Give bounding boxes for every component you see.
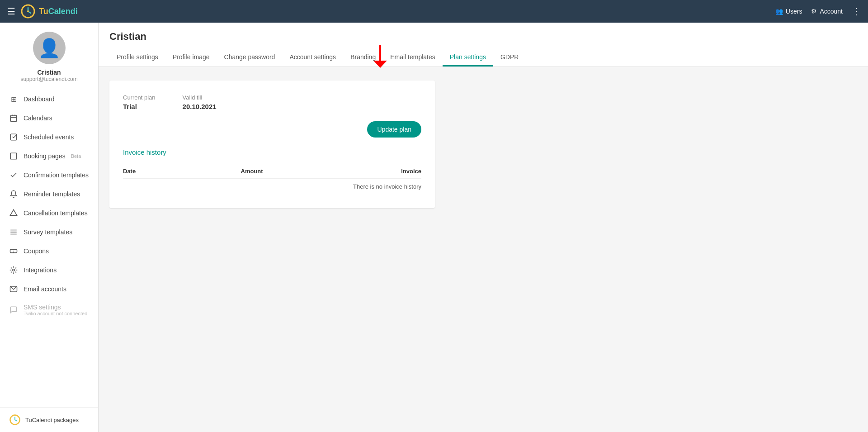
sidebar-item-calendars[interactable]: Calendars — [0, 109, 98, 128]
sidebar-item-label: Integrations — [24, 266, 57, 274]
avatar-icon: 👤 — [38, 38, 61, 59]
invoice-history-title[interactable]: Invoice history — [123, 148, 421, 156]
topbar-right: 👥 Users ⚙ Account ⋮ — [775, 6, 861, 17]
current-plan-block: Current plan Trial — [123, 94, 156, 110]
tab-account-settings[interactable]: Account settings — [282, 49, 343, 66]
logo-icon — [21, 4, 35, 19]
sidebar-item-label: Calendars — [24, 114, 52, 122]
main-content: Cristian Profile settings Profile image … — [99, 23, 868, 432]
main-header: Cristian Profile settings Profile image … — [99, 23, 868, 67]
invoice-table-header-invoice: Invoice — [312, 164, 421, 179]
sidebar-item-booking-pages[interactable]: Booking pages Beta — [0, 147, 98, 166]
avatar: 👤 — [33, 32, 66, 64]
calendars-icon — [9, 114, 18, 123]
sidebar-item-label: Reminder templates — [24, 190, 80, 198]
tab-profile-settings[interactable]: Profile settings — [109, 49, 165, 66]
update-plan-row: Update plan — [123, 121, 421, 138]
tab-email-templates[interactable]: Email templates — [383, 49, 443, 66]
svg-point-14 — [13, 269, 15, 271]
sidebar-item-label: Dashboard — [24, 95, 55, 103]
sidebar-item-coupons[interactable]: Coupons — [0, 242, 98, 261]
valid-till-block: Valid till 20.10.2021 — [183, 94, 217, 110]
confirmation-templates-icon — [9, 171, 18, 180]
sms-settings-sublabel: Twilio account not connected — [24, 311, 87, 316]
invoice-table-header-amount: Amount — [192, 164, 311, 179]
sidebar-item-label: Scheduled events — [24, 133, 74, 141]
footer-label: TuCalendi packages — [25, 417, 79, 423]
sidebar-item-label: Survey templates — [24, 228, 72, 236]
valid-till-label: Valid till — [183, 94, 217, 101]
sidebar-item-label: Confirmation templates — [24, 171, 89, 179]
tabs: Profile settings Profile image Change pa… — [109, 49, 857, 66]
cancellation-templates-icon — [9, 209, 18, 218]
sidebar-item-label: Email accounts — [24, 285, 66, 293]
sidebar: 👤 Cristian support@tucalendi.com ⊞ Dashb… — [0, 23, 99, 432]
dashboard-icon: ⊞ — [9, 95, 18, 104]
valid-till-value: 20.10.2021 — [183, 103, 217, 110]
tab-change-password[interactable]: Change password — [217, 49, 283, 66]
sidebar-item-label: Cancellation templates — [24, 209, 88, 217]
booking-pages-icon — [9, 152, 18, 161]
sidebar-username: Cristian — [37, 69, 61, 76]
booking-pages-beta-badge: Beta — [71, 153, 81, 159]
logo-text: TuCalendi — [39, 7, 78, 16]
footer-logo-icon — [9, 414, 21, 426]
svg-marker-18 — [373, 61, 387, 68]
hamburger-menu[interactable]: ☰ — [7, 6, 15, 17]
sidebar-item-email-accounts[interactable]: Email accounts — [0, 280, 98, 299]
plan-info-row: Current plan Trial Valid till 20.10.2021 — [123, 94, 421, 110]
invoice-table: Date Amount Invoice There is no invoice … — [123, 164, 421, 195]
table-row-no-history: There is no invoice history — [123, 179, 421, 195]
topbar: ☰ TuCalendi 👥 Users ⚙ Account ⋮ — [0, 0, 868, 23]
svg-rect-7 — [10, 153, 17, 159]
sidebar-item-integrations[interactable]: Integrations — [0, 261, 98, 280]
svg-rect-6 — [10, 134, 17, 140]
sms-settings-label: SMS settings — [24, 304, 87, 311]
tab-plan-settings[interactable]: Plan settings — [443, 49, 493, 66]
sidebar-item-confirmation-templates[interactable]: Confirmation templates — [0, 166, 98, 185]
no-invoice-text: There is no invoice history — [123, 179, 421, 195]
survey-templates-icon — [9, 228, 18, 237]
svg-point-1 — [27, 10, 29, 12]
users-label: Users — [786, 8, 802, 15]
sidebar-footer[interactable]: TuCalendi packages — [0, 407, 98, 432]
sidebar-item-reminder-templates[interactable]: Reminder templates — [0, 185, 98, 204]
sidebar-email: support@tucalendi.com — [20, 76, 77, 82]
svg-rect-2 — [10, 115, 17, 122]
plan-card: Current plan Trial Valid till 20.10.2021… — [109, 81, 435, 208]
sidebar-item-cancellation-templates[interactable]: Cancellation templates — [0, 204, 98, 223]
sidebar-item-dashboard[interactable]: ⊞ Dashboard — [0, 90, 98, 109]
sidebar-item-label: Booking pages — [24, 152, 66, 160]
tab-gdpr[interactable]: GDPR — [493, 49, 526, 66]
scheduled-events-icon — [9, 133, 18, 142]
integrations-icon — [9, 266, 18, 275]
account-button[interactable]: ⚙ Account — [811, 8, 843, 15]
sidebar-item-survey-templates[interactable]: Survey templates — [0, 223, 98, 242]
email-accounts-icon — [9, 285, 18, 294]
settings-icon: ⚙ — [811, 8, 817, 15]
sidebar-nav: ⊞ Dashboard Calendars Scheduled events B… — [0, 90, 98, 407]
more-options-icon[interactable]: ⋮ — [852, 6, 861, 17]
users-icon: 👥 — [775, 8, 783, 15]
arrow-indicator — [373, 45, 387, 70]
content-area: Current plan Trial Valid till 20.10.2021… — [99, 67, 868, 222]
page-title: Cristian — [109, 31, 857, 43]
account-label: Account — [820, 8, 843, 15]
sidebar-profile: 👤 Cristian support@tucalendi.com — [0, 23, 98, 90]
current-plan-value: Trial — [123, 103, 156, 110]
invoice-table-header-date: Date — [123, 164, 192, 179]
tab-profile-image[interactable]: Profile image — [165, 49, 217, 66]
logo[interactable]: TuCalendi — [21, 4, 78, 19]
coupons-icon — [9, 247, 18, 256]
sidebar-item-scheduled-events[interactable]: Scheduled events — [0, 128, 98, 147]
update-plan-button[interactable]: Update plan — [367, 121, 421, 138]
users-button[interactable]: 👥 Users — [775, 8, 802, 15]
sms-settings-icon — [9, 305, 18, 314]
sidebar-item-sms-settings: SMS settings Twilio account not connecte… — [0, 299, 98, 321]
sidebar-item-label: Coupons — [24, 247, 49, 255]
current-plan-label: Current plan — [123, 94, 156, 101]
svg-marker-8 — [10, 210, 17, 216]
reminder-templates-icon — [9, 190, 18, 199]
